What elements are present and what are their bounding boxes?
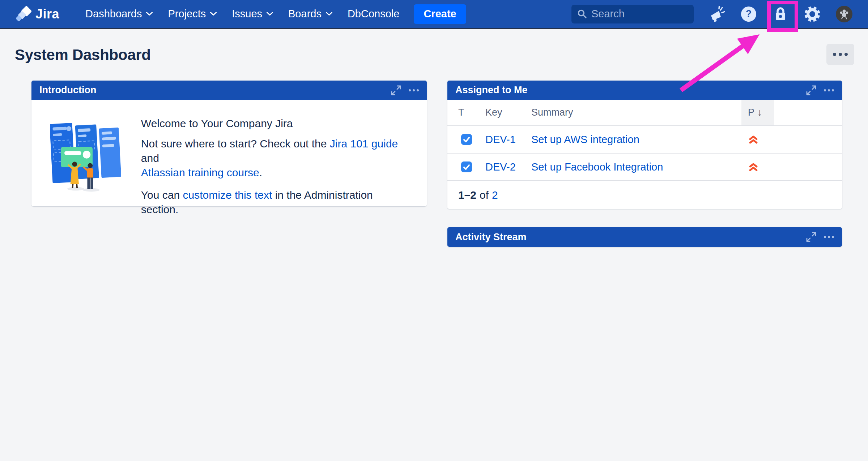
gadget-header-actions	[806, 232, 834, 242]
help-button[interactable]: ?	[740, 5, 757, 23]
assigned-to-me-gadget: Assigned to Me T Key Summary P ↓	[447, 81, 842, 209]
issue-summary-cell: Set up Facebook Integration	[531, 161, 741, 173]
issue-type-cell	[447, 134, 485, 145]
admin-lock-button[interactable]	[772, 5, 789, 23]
user-avatar[interactable]	[835, 5, 853, 23]
pagination-range: 1–2	[458, 189, 476, 201]
issue-key-link[interactable]: DEV-2	[485, 161, 516, 173]
nav-icon-group: ?	[708, 5, 853, 23]
search-icon	[577, 9, 587, 19]
jira-system-dashboard-page: Jira Dashboards Projects Issues Boards D…	[0, 0, 868, 461]
top-navigation-bar: Jira Dashboards Projects Issues Boards D…	[0, 0, 868, 29]
issue-row: DEV-2 Set up Facebook Integration	[447, 154, 842, 181]
help-icon: ?	[741, 7, 756, 22]
assigned-to-me-header: Assigned to Me	[447, 81, 842, 100]
gadget-header-actions	[391, 85, 419, 96]
nav-boards[interactable]: Boards	[288, 8, 332, 20]
activity-stream-gadget: Activity Stream	[447, 227, 842, 247]
more-options-icon	[824, 236, 834, 238]
column-header-priority[interactable]: P ↓	[741, 100, 774, 125]
task-type-icon[interactable]	[461, 161, 472, 172]
introduction-title: Introduction	[39, 85, 96, 96]
nav-dashboards[interactable]: Dashboards	[85, 8, 153, 20]
introduction-gadget: Introduction	[31, 81, 427, 206]
jira-logo[interactable]: Jira	[16, 6, 59, 22]
introduction-text: Welcome to Your Company Jira Not sure wh…	[141, 114, 412, 206]
dashboard-more-options-button[interactable]	[826, 44, 854, 65]
introduction-content: Welcome to Your Company Jira Not sure wh…	[31, 100, 427, 206]
nav-projects-label: Projects	[168, 8, 206, 20]
nav-dbconsole-label: DbConsole	[348, 8, 399, 20]
gear-icon	[804, 6, 821, 22]
lock-icon	[773, 6, 788, 22]
assigned-to-me-title: Assigned to Me	[455, 85, 528, 96]
expand-gadget-button[interactable]	[806, 232, 817, 242]
pagination-total-link[interactable]: 2	[492, 189, 498, 201]
issue-summary-link[interactable]: Set up Facebook Integration	[531, 161, 663, 173]
nav-projects[interactable]: Projects	[168, 8, 217, 20]
announcements-button[interactable]	[708, 5, 726, 23]
pagination: 1–2 of 2	[447, 181, 842, 209]
customize-line: You can customize this text in the Admin…	[141, 188, 412, 217]
welcome-line: Welcome to Your Company Jira	[141, 116, 412, 131]
atlassian-training-course-link[interactable]: Atlassian training course	[141, 167, 259, 178]
priority-highest-icon	[748, 162, 759, 172]
nav-dbconsole[interactable]: DbConsole	[348, 8, 399, 20]
expand-gadget-button[interactable]	[391, 85, 401, 96]
settings-button[interactable]	[804, 5, 821, 23]
primary-nav: Dashboards Projects Issues Boards DbCons…	[85, 8, 399, 20]
nav-boards-label: Boards	[288, 8, 322, 20]
gadget-menu-button[interactable]	[409, 89, 419, 91]
chevron-down-icon	[267, 12, 273, 16]
task-type-icon[interactable]	[461, 134, 472, 145]
issue-key-cell: DEV-1	[485, 134, 531, 146]
column-header-summary[interactable]: Summary	[531, 107, 741, 118]
gadget-menu-button[interactable]	[824, 236, 834, 238]
issue-summary-cell: Set up AWS integration	[531, 134, 741, 146]
issue-table-header: T Key Summary P ↓	[447, 100, 842, 126]
jira-101-guide-link[interactable]: Jira 101 guide	[330, 138, 398, 150]
expand-icon	[806, 85, 817, 96]
getting-started-line: Not sure where to start? Check out the J…	[141, 137, 412, 180]
chevron-down-icon	[210, 12, 217, 16]
chevron-down-icon	[326, 12, 332, 16]
sort-descending-icon: ↓	[757, 107, 762, 118]
nav-issues-label: Issues	[232, 8, 262, 20]
introduction-gadget-header: Introduction	[31, 81, 427, 100]
more-options-icon	[824, 89, 834, 91]
issue-key-link[interactable]: DEV-1	[485, 134, 516, 145]
jira-logo-text: Jira	[35, 7, 59, 22]
expand-gadget-button[interactable]	[806, 85, 817, 96]
issue-row: DEV-1 Set up AWS integration	[447, 126, 842, 154]
activity-stream-title: Activity Stream	[455, 232, 527, 243]
chevron-down-icon	[146, 12, 153, 16]
megaphone-icon	[709, 6, 725, 22]
more-options-icon	[409, 89, 419, 91]
page-title: System Dashboard	[15, 46, 151, 64]
gadget-menu-button[interactable]	[824, 89, 834, 91]
avatar-pattern-icon	[838, 8, 850, 20]
issue-key-cell: DEV-2	[485, 161, 531, 173]
search-input[interactable]	[591, 8, 688, 20]
annotation-arrow-head	[737, 34, 760, 54]
column-header-key[interactable]: Key	[485, 107, 531, 118]
more-options-icon	[833, 53, 848, 56]
issue-type-cell	[447, 161, 485, 172]
column-header-type[interactable]: T	[447, 107, 485, 118]
activity-stream-header: Activity Stream	[447, 227, 842, 247]
pagination-of-label: of	[480, 189, 489, 201]
jira-logo-icon	[16, 6, 32, 22]
create-button[interactable]: Create	[414, 4, 466, 24]
nav-issues[interactable]: Issues	[232, 8, 273, 20]
expand-icon	[806, 232, 817, 242]
customize-text-link[interactable]: customize this text	[183, 189, 272, 201]
priority-highest-icon	[748, 135, 759, 145]
nav-dashboards-label: Dashboards	[85, 8, 142, 20]
gadget-header-actions	[806, 85, 834, 96]
search-box[interactable]	[571, 5, 694, 23]
issue-summary-link[interactable]: Set up AWS integration	[531, 134, 639, 145]
issue-priority-cell	[741, 126, 774, 153]
issue-priority-cell	[741, 154, 774, 180]
expand-icon	[391, 85, 401, 96]
avatar	[836, 6, 852, 22]
